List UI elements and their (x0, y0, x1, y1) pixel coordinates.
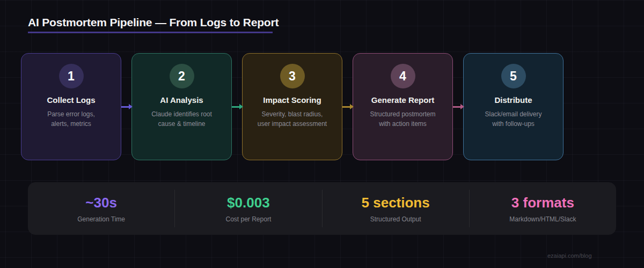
stat-label: Markdown/HTML/Slack (509, 215, 576, 223)
arrow-head-icon (129, 104, 133, 109)
step-number: 3 (289, 69, 296, 84)
arrow-head-icon (239, 104, 243, 109)
flow-arrow (232, 53, 242, 160)
stat-generation-time: ~30s Generation Time (28, 195, 174, 223)
stat-label: Cost per Report (226, 215, 272, 223)
step-number: 1 (68, 69, 75, 84)
pipeline-row: 1 Collect Logs Parse error logs, alerts,… (21, 53, 564, 160)
stat-value: $0.003 (227, 195, 270, 211)
flow-arrow (121, 53, 131, 160)
step-card-collect-logs: 1 Collect Logs Parse error logs, alerts,… (21, 53, 121, 160)
step-title: AI Analysis (160, 95, 203, 105)
watermark-url: ezaiapi.com/blog (547, 252, 592, 259)
step-number: 2 (178, 69, 185, 84)
step-title: Distribute (494, 95, 532, 105)
step-description: Slack/email delivery with follow-ups (485, 109, 541, 129)
stat-value: 5 sections (362, 195, 430, 211)
arrow-head-icon (350, 104, 354, 109)
infographic-canvas: AI Postmortem Pipeline — From Logs to Re… (0, 0, 644, 268)
step-title: Impact Scoring (263, 95, 321, 105)
step-description: Parse error logs, alerts, metrics (47, 109, 95, 129)
step-description: Structured postmortem with action items (370, 109, 435, 129)
title-underline (28, 32, 273, 33)
step-card-ai-analysis: 2 AI Analysis Claude identifies root cau… (131, 53, 232, 160)
flow-arrow (342, 53, 353, 160)
stat-label: Structured Output (370, 215, 421, 223)
step-number: 5 (510, 69, 517, 84)
step-number-badge: 4 (391, 64, 415, 88)
stat-structured-output: 5 sections Structured Output (323, 195, 469, 223)
step-number-badge: 5 (501, 64, 526, 88)
step-number-badge: 2 (170, 64, 194, 88)
step-card-generate-report: 4 Generate Report Structured postmortem … (353, 53, 453, 160)
stat-value: ~30s (85, 195, 117, 211)
step-title: Generate Report (371, 95, 435, 105)
stat-output-formats: 3 formats Markdown/HTML/Slack (470, 195, 616, 223)
flow-arrow (453, 53, 463, 160)
stat-cost-per-report: $0.003 Cost per Report (175, 195, 321, 223)
stat-value: 3 formats (511, 195, 574, 211)
step-card-distribute: 5 Distribute Slack/email delivery with f… (463, 53, 564, 160)
arrow-head-icon (460, 104, 464, 109)
step-description: Severity, blast radius, user impact asse… (258, 109, 327, 129)
page-title: AI Postmortem Pipeline — From Logs to Re… (28, 16, 279, 29)
step-number: 4 (399, 69, 406, 84)
step-number-badge: 3 (280, 64, 305, 88)
step-title: Collect Logs (47, 95, 95, 105)
step-card-impact-scoring: 3 Impact Scoring Severity, blast radius,… (242, 53, 342, 160)
stat-label: Generation Time (77, 215, 125, 223)
step-description: Claude identifies root cause & timeline (151, 109, 212, 129)
stats-bar: ~30s Generation Time $0.003 Cost per Rep… (28, 182, 616, 235)
step-number-badge: 1 (59, 64, 84, 88)
